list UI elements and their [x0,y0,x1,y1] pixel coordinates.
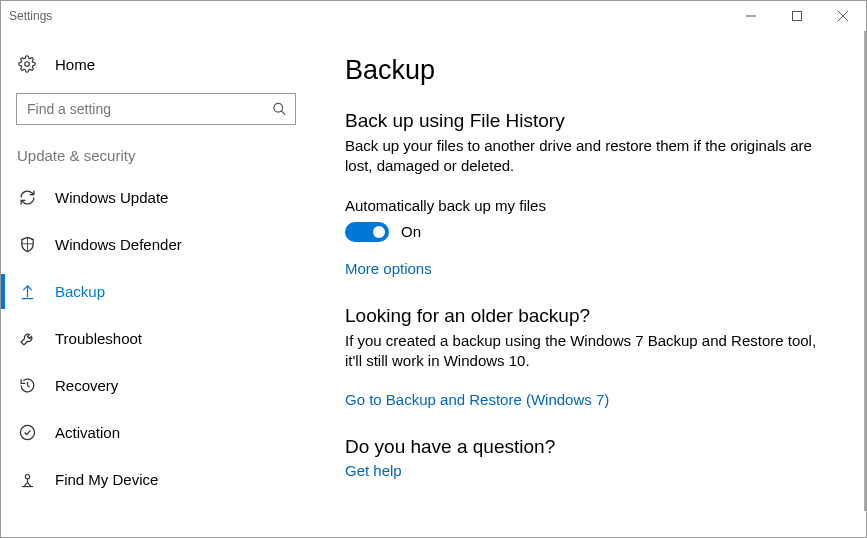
svg-point-4 [25,62,30,67]
wrench-icon [17,330,37,347]
sidebar-item-windows-defender[interactable]: Windows Defender [1,221,311,268]
shield-icon [17,236,37,253]
sidebar-item-label: Backup [55,283,105,300]
older-backup-heading: Looking for an older backup? [345,305,836,327]
backup-restore-link[interactable]: Go to Backup and Restore (Windows 7) [345,391,836,408]
maximize-button[interactable] [774,1,820,31]
sidebar-item-find-my-device[interactable]: Find My Device [1,456,311,503]
sidebar-item-label: Windows Update [55,189,168,206]
file-history-desc: Back up your files to another drive and … [345,136,825,177]
svg-line-10 [27,386,29,387]
sidebar-section-header: Update & security [1,147,311,174]
close-button[interactable] [820,1,866,31]
find-device-icon [17,471,37,488]
question-heading: Do you have a question? [345,436,836,458]
gear-icon [17,55,37,73]
sidebar-item-label: Recovery [55,377,118,394]
sync-icon [17,189,37,206]
sidebar-item-troubleshoot[interactable]: Troubleshoot [1,315,311,362]
older-backup-desc: If you created a backup using the Window… [345,331,825,372]
more-options-link[interactable]: More options [345,260,836,277]
toggle-status: On [401,223,421,240]
scrollbar[interactable] [864,31,866,511]
sidebar-item-backup[interactable]: Backup [1,268,311,315]
svg-point-11 [20,425,34,439]
page-title: Backup [345,55,836,86]
svg-point-5 [274,103,283,112]
auto-backup-toggle[interactable] [345,222,389,242]
sidebar-item-recovery[interactable]: Recovery [1,362,311,409]
file-history-heading: Back up using File History [345,110,836,132]
sidebar-item-label: Find My Device [55,471,158,488]
titlebar: Settings [1,1,866,31]
window-title: Settings [9,9,52,23]
main-content: Backup Back up using File History Back u… [311,31,866,537]
sidebar-item-label: Activation [55,424,120,441]
search-box[interactable] [16,93,296,125]
search-input[interactable] [17,94,295,124]
history-icon [17,377,37,394]
svg-rect-1 [793,12,802,21]
check-circle-icon [17,424,37,441]
home-label: Home [55,56,95,73]
get-help-link[interactable]: Get help [345,462,836,479]
minimize-icon [746,11,756,21]
sidebar: Home Update & security Windows Update Wi… [1,31,311,537]
close-icon [838,11,848,21]
backup-icon [17,283,37,300]
sidebar-item-windows-update[interactable]: Windows Update [1,174,311,221]
svg-point-12 [25,475,29,479]
minimize-button[interactable] [728,1,774,31]
toggle-label: Automatically back up my files [345,197,836,214]
svg-line-6 [281,111,285,115]
sidebar-item-label: Windows Defender [55,236,182,253]
search-icon [272,102,287,117]
sidebar-item-activation[interactable]: Activation [1,409,311,456]
toggle-knob [373,226,385,238]
sidebar-item-label: Troubleshoot [55,330,142,347]
maximize-icon [792,11,802,21]
home-button[interactable]: Home [1,51,311,73]
